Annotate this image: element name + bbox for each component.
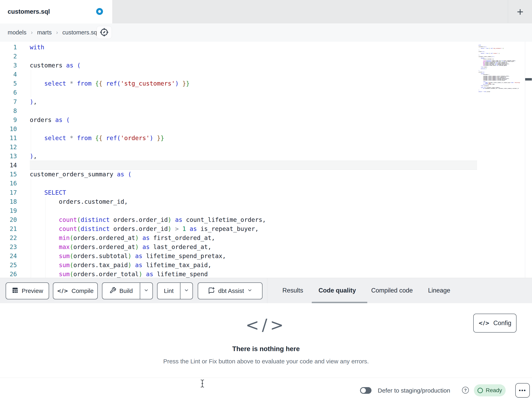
code-line[interactable]: 17 SELECT [0, 188, 477, 197]
tab-code-quality[interactable]: Code quality [318, 287, 356, 294]
assist-chat-sparkle-icon [208, 287, 215, 295]
tab-results[interactable]: Results [282, 287, 303, 294]
code-line[interactable]: 10 [0, 124, 477, 133]
code-line[interactable]: 19 [0, 206, 477, 215]
line-number[interactable]: 13 [0, 152, 30, 161]
chevron-down-icon [144, 287, 149, 294]
line-number[interactable]: 9 [0, 115, 30, 124]
code-line[interactable]: 22 min(orders.ordered_at) as first_order… [0, 233, 477, 242]
line-number[interactable]: 12 [0, 143, 30, 152]
line-number[interactable]: 1 [0, 43, 30, 52]
code-line[interactable]: 6 [0, 88, 477, 97]
preview-button[interactable]: Preview [6, 282, 49, 299]
line-number[interactable]: 17 [0, 188, 30, 197]
dbt-ide-window: customers.sql + models › marts › custome… [0, 0, 532, 398]
code-line[interactable]: 8 [0, 106, 477, 115]
config-button[interactable]: </> Config [473, 314, 517, 333]
config-button-label: Config [493, 320, 512, 327]
code-line[interactable]: 16 [0, 179, 477, 188]
code-line[interactable]: 3customers as ( [0, 61, 477, 70]
tab-compiled-code[interactable]: Compiled code [371, 287, 413, 294]
code-line[interactable]: 4 [0, 70, 477, 79]
line-number[interactable]: 15 [0, 170, 30, 179]
table-grid-icon [12, 287, 19, 295]
code-line[interactable]: 7), [0, 97, 477, 106]
line-number[interactable]: 10 [0, 124, 30, 133]
code-line[interactable]: 12 [0, 143, 477, 152]
lint-button-main[interactable]: Lint [158, 283, 180, 299]
line-number[interactable]: 20 [0, 215, 30, 224]
dbt-assist-button[interactable]: dbt Assist [198, 282, 262, 299]
code-line[interactable]: 20 count(distinct orders.order_id) as co… [0, 215, 477, 224]
line-number[interactable]: 19 [0, 206, 30, 215]
code-line[interactable]: 14 [0, 161, 477, 170]
code-line[interactable]: 2 [0, 52, 477, 61]
line-number[interactable]: 25 [0, 261, 30, 270]
tab-lineage[interactable]: Lineage [428, 287, 450, 294]
line-number[interactable]: 23 [0, 242, 30, 251]
code-line[interactable]: 15customer_orders_summary as ( [0, 170, 477, 179]
tab-customers-sql[interactable]: customers.sql [0, 0, 112, 23]
line-number[interactable]: 26 [0, 270, 30, 279]
empty-state-title: There is nothing here [0, 345, 532, 353]
status-badge-label: Ready [486, 387, 502, 394]
line-number[interactable]: 5 [0, 79, 30, 88]
code-line[interactable]: 25 sum(orders.tax_paid) as lifetime_tax_… [0, 261, 477, 270]
code-line[interactable]: 23 max(orders.ordered_at) as last_ordere… [0, 242, 477, 251]
status-bar: Defer to staging/production ? Ready ••• [0, 378, 532, 398]
ellipsis-icon: ••• [519, 387, 526, 394]
more-options-button[interactable]: ••• [515, 383, 530, 398]
lint-dropdown-button[interactable] [180, 283, 192, 299]
lint-button[interactable]: Lint [157, 282, 193, 299]
line-number[interactable]: 21 [0, 224, 30, 233]
build-button-label: Build [120, 287, 133, 294]
minimap[interactable]: withcustomers as ( select * from {{ ref(… [479, 43, 524, 92]
breadcrumb-customers-sql[interactable]: customers.sql [62, 29, 98, 36]
line-number[interactable]: 6 [0, 88, 30, 97]
breadcrumb-marts[interactable]: marts [37, 29, 52, 36]
code-line[interactable]: 5 select * from {{ ref('stg_customers') … [0, 79, 477, 88]
line-number[interactable]: 22 [0, 233, 30, 242]
ide-status-badge[interactable]: Ready [474, 384, 506, 396]
line-number[interactable]: 14 [0, 161, 30, 170]
code-line[interactable]: 24 sum(orders.subtotal) as lifetime_spen… [0, 251, 477, 261]
code-brackets-icon: </> [57, 288, 68, 294]
breadcrumb-models[interactable]: models [8, 29, 26, 36]
plus-icon: + [517, 5, 524, 18]
line-number[interactable]: 3 [0, 61, 30, 70]
line-number[interactable]: 16 [0, 179, 30, 188]
help-icon[interactable]: ? [462, 387, 469, 394]
code-brackets-icon: </> [0, 316, 532, 334]
line-number[interactable]: 2 [0, 52, 30, 61]
empty-state-subtitle: Press the Lint or Fix button above to ev… [0, 358, 532, 365]
editor-scrollbar[interactable] [525, 41, 532, 278]
breadcrumb: models › marts › customers.sql [8, 24, 98, 41]
new-tab-button[interactable]: + [513, 4, 527, 19]
code-line[interactable]: 1with [0, 43, 477, 52]
code-line[interactable]: 26 sum(orders.order_total) as lifetime_s… [0, 270, 477, 279]
line-number[interactable]: 8 [0, 106, 30, 115]
build-dropdown-button[interactable] [140, 283, 152, 299]
line-number[interactable]: 18 [0, 197, 30, 206]
defer-toggle[interactable] [360, 387, 372, 394]
chevron-down-icon [247, 287, 253, 294]
line-number[interactable]: 7 [0, 97, 30, 106]
build-button-main[interactable]: Build [102, 283, 140, 299]
open-in-file-tree-button[interactable] [96, 26, 112, 39]
code-line[interactable]: 21 count(distinct orders.order_id) > 1 a… [0, 224, 477, 233]
output-tabs: Results Code quality Compiled code Linea… [282, 278, 450, 303]
line-number[interactable]: 24 [0, 251, 30, 261]
code-line[interactable]: 9orders as ( [0, 115, 477, 124]
minimap-content: withcustomers as ( select * from {{ ref(… [479, 45, 524, 46]
line-number[interactable]: 4 [0, 70, 30, 79]
code-quality-panel: </> There is nothing here Press the Lint… [0, 303, 532, 378]
code-line[interactable]: 11 select * from {{ ref('orders') }} [0, 133, 477, 143]
breadcrumb-separator: › [56, 29, 58, 36]
line-number[interactable]: 11 [0, 133, 30, 143]
code-editor[interactable]: 1with23customers as (45 select * from {{… [0, 41, 532, 278]
build-button[interactable]: Build [102, 282, 153, 299]
compile-button[interactable]: </> Compile [53, 282, 98, 299]
code-line[interactable]: 18 orders.customer_id, [0, 197, 477, 206]
code-line[interactable]: 13), [0, 152, 477, 161]
wrench-icon [109, 287, 116, 295]
